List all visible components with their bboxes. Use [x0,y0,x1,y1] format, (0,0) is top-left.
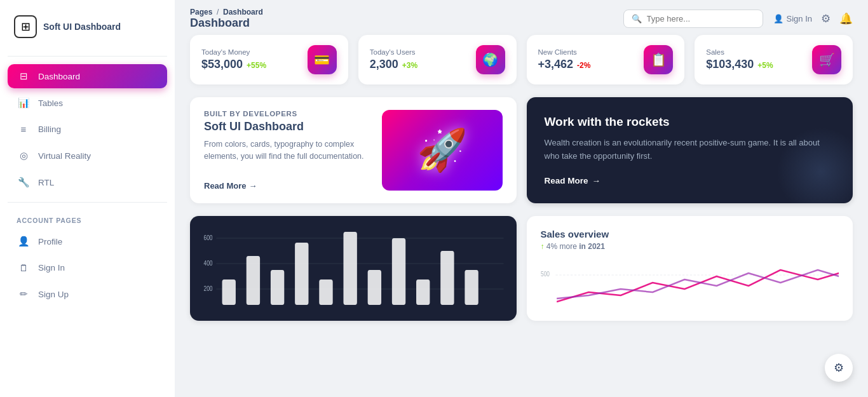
dev-card-image: 🚀 [382,110,503,191]
search-box[interactable]: 🔍 [623,10,763,28]
stat-value-clients: +3,462 [538,58,574,71]
stat-change-clients: -2% [577,61,590,70]
topbar-right: 🔍 👤 Sign In ⚙ 🔔 [623,10,853,28]
rockets-title: Work with the rockets [545,115,836,129]
page-title: Dashboard [190,17,263,30]
logo-text: Soft UI Dashboard [43,22,121,32]
breadcrumb-parent: Pages [190,8,212,17]
bottom-row: 600 400 200 [190,216,853,321]
sidebar-divider-top [8,56,167,57]
sidebar-item-label-vr: Virtual Reality [38,151,91,161]
sidebar-item-label-profile: Profile [38,237,62,246]
svg-rect-14 [416,279,430,305]
signup-icon: ✏ [17,288,31,300]
billing-icon: ≡ [17,124,31,135]
stat-value-money: $53,000 [201,58,243,71]
rockets-card: Work with the rockets Wealth creation is… [527,97,853,203]
bell-icon: 🔔 [839,13,853,25]
vr-icon: ◎ [17,150,31,161]
dev-card-text: Built by developers Soft UI Dashboard Fr… [204,110,372,191]
sidebar-item-signup[interactable]: ✏ Sign Up [8,282,167,306]
sidebar-item-virtual-reality[interactable]: ◎ Virtual Reality [8,144,167,168]
chart-card: 600 400 200 [190,216,517,321]
stats-row: Today's Money $53,000 +55% 💳 Today's Use… [190,35,853,84]
breadcrumb: Pages / Dashboard Dashboard [190,8,263,30]
stat-value-sales: $103,430 [706,58,754,71]
svg-rect-7 [247,256,260,305]
stat-value-row-users: 2,300 +3% [370,58,417,71]
middle-row: Built by developers Soft UI Dashboard Fr… [190,97,853,203]
dashboard-icon: ⊟ [17,71,31,82]
fab-settings[interactable]: ⚙ [825,354,853,382]
sidebar-item-profile[interactable]: 👤 Profile [8,229,167,253]
svg-text:400: 400 [204,259,213,266]
sidebar-item-label-billing: Billing [38,124,61,134]
signin-icon-btn: 👤 [773,14,783,24]
stat-value-row-money: $53,000 +55% [201,58,266,71]
stat-info-money: Today's Money $53,000 +55% [201,48,266,71]
sidebar-divider-account [8,202,167,203]
stat-value-users: 2,300 [370,58,398,71]
svg-rect-16 [465,270,478,305]
readmore-arrow: → [248,181,257,191]
stat-card-clients: New Clients +3,462 -2% 📋 [527,35,685,84]
sidebar-item-tables[interactable]: 📊 Tables [8,91,167,115]
svg-text:600: 600 [204,233,213,241]
stat-icon-clients: 📋 [644,45,673,74]
signin-label: Sign In [787,14,812,24]
sales-line-chart: 500 [541,257,839,308]
account-section-label: ACCOUNT PAGES [8,210,167,227]
stat-icon-sales: 🛒 [812,45,841,74]
svg-rect-11 [343,232,356,305]
sales-change: 4% more [546,242,577,251]
stat-icon-users: 🌍 [476,45,505,74]
sales-chart-area: 500 [541,257,839,308]
svg-rect-9 [295,243,308,305]
settings-icon: ⚙ [821,13,831,25]
stat-label-money: Today's Money [201,48,266,56]
tables-icon: 📊 [17,97,31,109]
sidebar-item-dashboard[interactable]: ⊟ Dashboard [8,64,167,88]
rockets-readmore[interactable]: Read More → [545,176,836,185]
stat-value-row-clients: +3,462 -2% [538,58,591,71]
stat-info-sales: Sales $103,430 +5% [706,48,773,71]
sidebar-item-rtl[interactable]: 🔧 RTL [8,170,167,194]
rockets-readmore-arrow: → [592,176,601,185]
svg-rect-15 [440,251,454,305]
dev-card-desc: From colors, cards, typography to comple… [204,138,372,163]
sales-title: Sales overview [541,229,839,239]
search-icon: 🔍 [632,14,642,24]
topbar-actions: 👤 Sign In ⚙ 🔔 [773,12,853,25]
signin-icon: 🗒 [17,262,31,273]
rtl-icon: 🔧 [17,177,31,188]
sidebar-item-label-signin: Sign In [38,263,65,273]
stat-card-sales: Sales $103,430 +5% 🛒 [695,35,853,84]
svg-rect-13 [392,238,405,305]
stat-card-users: Today's Users 2,300 +3% 🌍 [358,35,517,84]
stat-change-sales: +5% [757,61,773,70]
logo-icon: ⊞ [14,15,37,38]
dev-card-readmore[interactable]: Read More → [204,181,372,191]
content: Today's Money $53,000 +55% 💳 Today's Use… [175,35,868,397]
sidebar-item-label-dashboard: Dashboard [38,72,80,81]
stat-label-users: Today's Users [370,48,417,56]
notifications-button[interactable]: 🔔 [839,12,853,25]
stat-label-sales: Sales [706,48,773,56]
search-input[interactable] [647,14,755,24]
sales-card: Sales overview ↑ 4% more in 2021 500 [527,216,853,321]
sidebar: ⊞ Soft UI Dashboard ⊟ Dashboard 📊 Tables… [0,0,175,397]
bar-chart: 600 400 200 [203,229,504,311]
rockets-desc: Wealth creation is an evolutionarily rec… [545,137,836,163]
sales-year: in 2021 [579,242,605,251]
readmore-label: Read More [204,181,246,191]
svg-rect-12 [368,270,381,305]
breadcrumb-nav: Pages / Dashboard [190,8,263,17]
settings-button[interactable]: ⚙ [821,12,831,25]
sidebar-item-signin[interactable]: 🗒 Sign In [8,256,167,279]
sidebar-item-billing[interactable]: ≡ Billing [8,118,167,141]
fab-icon: ⚙ [834,361,844,375]
sales-arrow: ↑ [541,242,545,251]
stat-label-clients: New Clients [538,48,591,56]
svg-text:200: 200 [204,284,213,292]
signin-button[interactable]: 👤 Sign In [773,14,812,24]
